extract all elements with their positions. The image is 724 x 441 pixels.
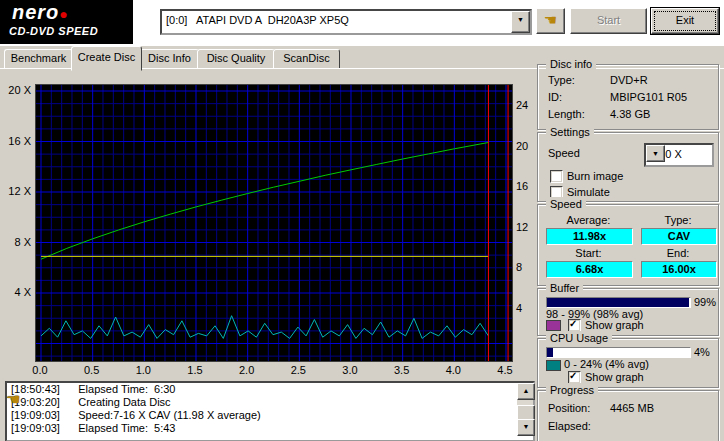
speed-select[interactable]: 16.0 X ▼ xyxy=(644,143,714,167)
buffer-title: Buffer xyxy=(546,281,583,295)
start-speed-value: 6.68x xyxy=(546,261,633,278)
axis-tick-label: 20 X xyxy=(1,84,31,96)
disc-id-value: MBIPG101 R05 xyxy=(610,91,687,103)
axis-tick-label: 4.0 xyxy=(440,364,466,376)
buffer-graph-swatch xyxy=(546,320,561,331)
axis-tick-label: 24 xyxy=(516,99,534,111)
disc-info-title: Disc info xyxy=(546,57,596,71)
cpu-graph-swatch xyxy=(546,360,561,371)
hand-tool-button[interactable]: ☚ xyxy=(536,8,565,34)
check-icon: ✓ xyxy=(569,371,577,381)
disc-length-value: 4.38 GB xyxy=(610,108,650,120)
buffer-bar-fill xyxy=(547,298,689,307)
axis-tick-label: 0.5 xyxy=(79,364,105,376)
disc-type-label: Type: xyxy=(548,74,575,86)
burn-image-label: Burn image xyxy=(567,170,623,182)
disc-length-label: Length: xyxy=(548,108,585,120)
buffer-bar xyxy=(546,297,691,308)
buffer-group: Buffer 99% 98 - 99% (98% avg) ✓ Show gra… xyxy=(537,288,719,336)
axis-tick-label: 4 X xyxy=(1,286,31,298)
disc-id-label: ID: xyxy=(548,91,562,103)
drive-selector-value: [0:0] ATAPI DVD A DH20A3P XP5Q xyxy=(162,11,511,33)
dropdown-arrow-icon[interactable]: ▼ xyxy=(646,145,665,162)
nero-cd-dvd-speed-window: nero● CD-DVD SPEED [0:0] ATAPI DVD A DH2… xyxy=(0,0,724,441)
cpu-show-graph-label: Show graph xyxy=(585,371,644,383)
axis-tick-label: 3.5 xyxy=(389,364,415,376)
speed-group: Speed Average: Type: 11.98x CAV Start: E… xyxy=(537,204,719,286)
speed-group-title: Speed xyxy=(546,197,586,211)
drive-selector[interactable]: [0:0] ATAPI DVD A DH20A3P XP5Q ▼ xyxy=(160,9,532,35)
tab-disc-info[interactable]: Disc Info xyxy=(140,49,199,70)
cpu-usage-group: CPU Usage 4% 0 - 24% (4% avg) ✓ Show gra… xyxy=(537,338,719,388)
cd-dvd-speed-logo-text: CD-DVD SPEED xyxy=(9,25,133,37)
axis-tick-label: 2.5 xyxy=(285,364,311,376)
log-line: [19:09:03] Elapsed Time: 5:43 xyxy=(7,422,533,435)
axis-tick-label: 8 xyxy=(516,261,534,273)
scroll-up-button[interactable]: ▲ xyxy=(517,383,535,400)
log-line: [19:09:03] Speed:7-16 X CAV (11.98 X ave… xyxy=(7,409,533,422)
cpu-bar xyxy=(546,347,691,358)
start-speed-label: Start: xyxy=(546,247,631,259)
log-line: [19:03:20] Creating Data Disc xyxy=(7,396,533,409)
buffer-percent: 99% xyxy=(694,296,716,308)
exit-button[interactable]: Exit xyxy=(651,8,719,34)
check-icon: ✓ xyxy=(569,319,577,329)
tab-create-disc[interactable]: Create Disc xyxy=(71,46,142,71)
cpu-percent: 4% xyxy=(694,346,710,358)
nero-logo-dot-icon: ● xyxy=(59,6,68,22)
axis-tick-label: 16 xyxy=(516,180,534,192)
axis-tick-label: 2.0 xyxy=(234,364,260,376)
disc-type-value: DVD+R xyxy=(610,74,648,86)
axis-tick-label: 20 xyxy=(516,140,534,152)
cpu-range: 0 - 24% (4% avg) xyxy=(564,358,649,370)
end-speed-value: 16.00x xyxy=(641,261,717,278)
toolbar: nero● CD-DVD SPEED [0:0] ATAPI DVD A DH2… xyxy=(0,0,724,46)
speed-type-label: Type: xyxy=(641,214,715,226)
axis-tick-label: 12 xyxy=(516,221,534,233)
speed-chart xyxy=(35,84,513,362)
start-button[interactable]: Start xyxy=(570,8,647,34)
average-speed-value: 11.98x xyxy=(546,228,633,245)
position-label: Position: xyxy=(548,402,590,414)
nero-logo: nero● CD-DVD SPEED xyxy=(0,0,133,44)
axis-tick-label: 16 X xyxy=(1,135,31,147)
log-line: [18:50:43] Elapsed Time: 6:30 xyxy=(7,383,533,396)
axis-tick-label: 1.0 xyxy=(130,364,156,376)
hand-cursor-icon: ☚ xyxy=(6,390,20,409)
speed-type-value: CAV xyxy=(641,228,717,245)
axis-tick-label: 1.5 xyxy=(182,364,208,376)
axis-tick-label: 4.5 xyxy=(492,364,518,376)
speed-select-label: Speed xyxy=(548,147,580,159)
axis-tick-label: 0.0 xyxy=(27,364,53,376)
axis-tick-label: 12 X xyxy=(1,185,31,197)
average-speed-label: Average: xyxy=(546,214,631,226)
axis-tick-label: 8 X xyxy=(1,236,31,248)
log-scrollbar[interactable]: ▲ ▼ xyxy=(517,383,533,436)
tab-scandisc[interactable]: ScanDisc xyxy=(273,49,340,70)
hand-icon: ☚ xyxy=(544,11,557,28)
cpu-usage-title: CPU Usage xyxy=(546,331,612,345)
dropdown-arrow-icon[interactable]: ▼ xyxy=(511,11,530,33)
progress-group: Progress Position: 4465 MB Elapsed: xyxy=(537,390,719,441)
disc-info-group: Disc info Type: DVD+R ID: MBIPG101 R05 L… xyxy=(537,64,719,130)
axis-tick-label: 4 xyxy=(516,302,534,314)
log-list[interactable]: [18:50:43] Elapsed Time: 6:30 [19:03:20]… xyxy=(5,381,535,441)
position-value: 4465 MB xyxy=(610,402,654,414)
settings-title: Settings xyxy=(546,125,594,139)
tab-benchmark[interactable]: Benchmark xyxy=(4,49,73,70)
progress-title: Progress xyxy=(546,383,598,397)
settings-group: Settings Speed 16.0 X ▼ Burn image Simul… xyxy=(537,132,719,202)
scroll-down-button[interactable]: ▼ xyxy=(517,419,535,436)
end-speed-label: End: xyxy=(641,247,715,259)
tab-disc-quality[interactable]: Disc Quality xyxy=(197,49,275,70)
elapsed-label: Elapsed: xyxy=(548,420,591,432)
nero-logo-text: nero xyxy=(12,1,59,23)
cpu-bar-fill xyxy=(547,348,553,357)
burn-image-checkbox[interactable] xyxy=(550,170,563,183)
buffer-show-graph-label: Show graph xyxy=(585,319,644,331)
axis-tick-label: 3.0 xyxy=(337,364,363,376)
